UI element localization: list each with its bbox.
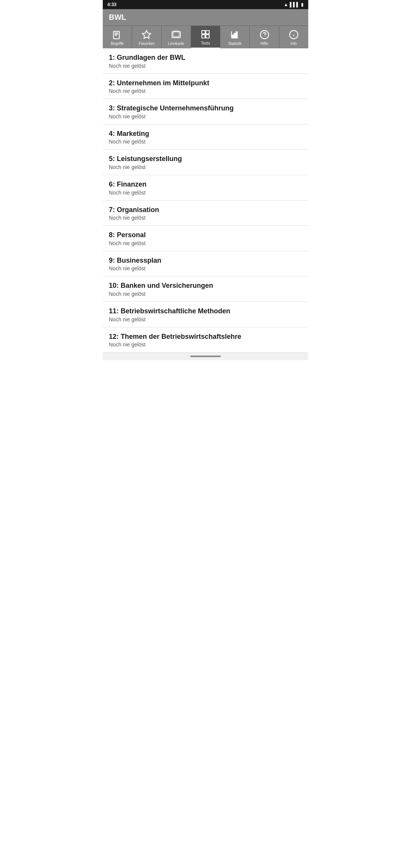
favoriten-icon xyxy=(141,29,152,40)
list-item[interactable]: 7: Organisation Noch nie gelöst xyxy=(103,201,308,226)
tab-lernkarte[interactable]: Lernkarte xyxy=(162,26,191,48)
bottom-bar xyxy=(103,353,308,360)
tab-info[interactable]: Info xyxy=(279,26,308,48)
list-item-subtitle: Noch nie gelöst xyxy=(109,190,302,196)
list-item-title: 6: Finanzen xyxy=(109,180,302,189)
svg-rect-8 xyxy=(206,30,209,34)
list-item-subtitle: Noch nie gelöst xyxy=(109,63,302,69)
tab-favoriten[interactable]: Favoriten xyxy=(132,26,161,48)
status-time: 4:33 xyxy=(107,2,116,7)
tab-favoriten-label: Favoriten xyxy=(139,41,155,46)
tests-icon xyxy=(200,29,211,40)
list-item[interactable]: 2: Unternehmen im Mittelpunkt Noch nie g… xyxy=(103,74,308,99)
list-item[interactable]: 10: Banken und Versicherungen Noch nie g… xyxy=(103,276,308,302)
hilfe-icon xyxy=(259,29,270,40)
tab-begriffe-label: Begriffe xyxy=(111,41,124,46)
list-item-subtitle: Noch nie gelöst xyxy=(109,164,302,170)
list-item-subtitle: Noch nie gelöst xyxy=(109,341,302,348)
list-item-subtitle: Noch nie gelöst xyxy=(109,240,302,246)
svg-rect-14 xyxy=(234,34,236,38)
svg-rect-9 xyxy=(202,35,205,38)
begriffe-icon xyxy=(112,29,123,40)
list-item[interactable]: 11: Betriebswirtschaftliche Methoden Noc… xyxy=(103,302,308,327)
list-item-title: 1: Grundlagen der BWL xyxy=(109,54,302,62)
content-list: 1: Grundlagen der BWL Noch nie gelöst 2:… xyxy=(103,48,308,353)
tab-hilfe[interactable]: Hilfe xyxy=(250,26,279,48)
tab-begriffe[interactable]: Begriffe xyxy=(103,26,132,48)
list-item-title: 5: Leistungserstellung xyxy=(109,155,302,163)
tab-info-label: Info xyxy=(290,41,297,46)
list-item-title: 3: Strategische Unternehmensführung xyxy=(109,104,302,113)
list-item-subtitle: Noch nie gelöst xyxy=(109,139,302,145)
wifi-icon: ▲ xyxy=(284,2,288,7)
title-bar: BWL xyxy=(103,9,308,26)
list-item-title: 2: Unternehmen im Mittelpunkt xyxy=(109,79,302,88)
list-item-subtitle: Noch nie gelöst xyxy=(109,215,302,221)
list-item-subtitle: Noch nie gelöst xyxy=(109,265,302,271)
info-icon xyxy=(288,29,299,40)
svg-rect-13 xyxy=(233,35,234,38)
list-item-subtitle: Noch nie gelöst xyxy=(109,113,302,120)
home-indicator xyxy=(190,356,221,357)
list-item-subtitle: Noch nie gelöst xyxy=(109,291,302,297)
list-item[interactable]: 3: Strategische Unternehmensführung Noch… xyxy=(103,99,308,124)
list-item[interactable]: 1: Grundlagen der BWL Noch nie gelöst xyxy=(103,48,308,74)
list-item-title: 7: Organisation xyxy=(109,206,302,214)
list-item-subtitle: Noch nie gelöst xyxy=(109,88,302,94)
tab-statistik-label: Statistik xyxy=(228,41,242,46)
list-item-title: 9: Businessplan xyxy=(109,257,302,265)
list-item[interactable]: 8: Personal Noch nie gelöst xyxy=(103,226,308,251)
lernkarte-icon xyxy=(171,29,182,40)
tab-tests[interactable]: Tests xyxy=(191,26,220,48)
list-item-title: 12: Themen der Betriebswirtschaftslehre xyxy=(109,333,302,341)
list-item[interactable]: 9: Businessplan Noch nie gelöst xyxy=(103,251,308,277)
list-item-title: 10: Banken und Versicherungen xyxy=(109,282,302,290)
nav-tabs: Begriffe Favoriten Lernkarte Tests xyxy=(103,26,308,48)
list-item[interactable]: 6: Finanzen Noch nie gelöst xyxy=(103,175,308,201)
battery-icon: ▮ xyxy=(301,2,304,7)
tab-hilfe-label: Hilfe xyxy=(261,41,268,46)
list-item-subtitle: Noch nie gelöst xyxy=(109,316,302,322)
list-item-title: 8: Personal xyxy=(109,231,302,239)
list-item-title: 4: Marketing xyxy=(109,130,302,138)
svg-rect-7 xyxy=(202,30,205,34)
list-item[interactable]: 12: Themen der Betriebswirtschaftslehre … xyxy=(103,327,308,353)
page-title: BWL xyxy=(109,13,126,21)
list-item-title: 11: Betriebswirtschaftliche Methoden xyxy=(109,307,302,316)
tab-lernkarte-label: Lernkarte xyxy=(168,41,184,46)
svg-marker-4 xyxy=(143,30,151,38)
list-item[interactable]: 4: Marketing Noch nie gelöst xyxy=(103,124,308,150)
status-bar: 4:33 ▲ ▌▌▌ ▮ xyxy=(103,0,308,9)
list-item[interactable]: 5: Leistungserstellung Noch nie gelöst xyxy=(103,150,308,175)
tab-tests-label: Tests xyxy=(201,41,210,45)
signal-icon: ▌▌▌ xyxy=(290,2,299,7)
statistik-icon xyxy=(229,29,240,40)
svg-rect-10 xyxy=(206,35,209,38)
status-icons: ▲ ▌▌▌ ▮ xyxy=(284,2,304,7)
svg-rect-15 xyxy=(236,32,237,38)
tab-statistik[interactable]: Statistik xyxy=(220,26,250,48)
